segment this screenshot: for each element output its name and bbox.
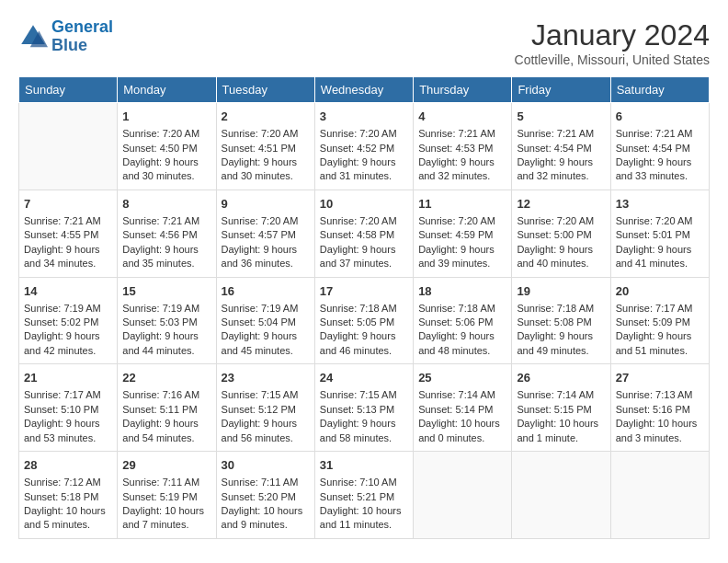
day-info: Daylight: 9 hours xyxy=(122,417,210,431)
calendar-cell: 21Sunrise: 7:17 AMSunset: 5:10 PMDayligh… xyxy=(19,364,118,452)
day-info: and 53 minutes. xyxy=(24,431,112,445)
calendar-cell: 8Sunrise: 7:21 AMSunset: 4:56 PMDaylight… xyxy=(118,190,216,277)
day-info: Daylight: 10 hours xyxy=(517,417,605,431)
day-info: and 49 minutes. xyxy=(517,344,605,358)
day-number: 8 xyxy=(122,196,210,213)
day-number: 21 xyxy=(24,370,112,386)
day-number: 18 xyxy=(418,283,506,300)
day-info: and 37 minutes. xyxy=(320,257,408,270)
day-info: Daylight: 9 hours xyxy=(418,329,506,343)
day-number: 25 xyxy=(418,370,506,386)
col-header-tuesday: Tuesday xyxy=(216,77,314,103)
day-info: Sunset: 5:16 PM xyxy=(616,403,704,417)
day-info: and 11 minutes. xyxy=(320,518,408,532)
calendar-cell xyxy=(414,452,512,539)
calendar-cell: 29Sunrise: 7:11 AMSunset: 5:19 PMDayligh… xyxy=(118,452,216,539)
day-info: Sunrise: 7:11 AM xyxy=(222,476,310,489)
day-number: 3 xyxy=(320,109,408,125)
day-info: Sunrise: 7:19 AM xyxy=(122,302,210,316)
col-header-sunday: Sunday xyxy=(19,77,118,103)
day-info: and 42 minutes. xyxy=(24,344,112,358)
day-info: Sunset: 5:13 PM xyxy=(320,403,408,417)
logo-icon xyxy=(18,22,48,52)
calendar-cell: 5Sunrise: 7:21 AMSunset: 4:54 PMDaylight… xyxy=(512,103,610,190)
day-info: Sunset: 4:56 PM xyxy=(122,228,210,242)
header-row: SundayMondayTuesdayWednesdayThursdayFrid… xyxy=(19,77,710,103)
logo-text: General Blue xyxy=(51,18,113,55)
day-info: Daylight: 9 hours xyxy=(222,243,310,257)
day-info: and 39 minutes. xyxy=(418,257,506,270)
day-info: Sunset: 5:15 PM xyxy=(517,403,605,417)
day-info: Daylight: 9 hours xyxy=(122,329,210,343)
day-info: Daylight: 10 hours xyxy=(122,504,210,518)
day-number: 27 xyxy=(616,370,704,386)
day-info: Sunrise: 7:14 AM xyxy=(517,388,605,402)
calendar-cell: 25Sunrise: 7:14 AMSunset: 5:14 PMDayligh… xyxy=(414,364,512,452)
week-row-1: 1Sunrise: 7:20 AMSunset: 4:50 PMDaylight… xyxy=(19,103,710,190)
calendar-cell: 24Sunrise: 7:15 AMSunset: 5:13 PMDayligh… xyxy=(314,364,413,452)
day-info: Daylight: 10 hours xyxy=(320,504,408,518)
day-info: Daylight: 9 hours xyxy=(320,155,408,169)
day-info: Daylight: 9 hours xyxy=(24,329,112,343)
calendar-cell: 9Sunrise: 7:20 AMSunset: 4:57 PMDaylight… xyxy=(216,190,314,277)
calendar-body: 1Sunrise: 7:20 AMSunset: 4:50 PMDaylight… xyxy=(19,103,710,539)
day-number: 12 xyxy=(517,196,605,213)
day-info: and 51 minutes. xyxy=(616,344,704,358)
day-info: Daylight: 9 hours xyxy=(320,329,408,343)
calendar-header: SundayMondayTuesdayWednesdayThursdayFrid… xyxy=(19,77,710,103)
day-info: Sunset: 4:52 PM xyxy=(320,142,408,155)
logo-line2: Blue xyxy=(51,36,87,54)
day-info: and 44 minutes. xyxy=(122,344,210,358)
calendar-cell xyxy=(19,103,118,190)
day-info: Daylight: 9 hours xyxy=(320,243,408,257)
day-info: Sunset: 5:03 PM xyxy=(122,316,210,329)
calendar-cell: 22Sunrise: 7:16 AMSunset: 5:11 PMDayligh… xyxy=(118,364,216,452)
day-info: Daylight: 9 hours xyxy=(222,329,310,343)
calendar-cell: 17Sunrise: 7:18 AMSunset: 5:05 PMDayligh… xyxy=(314,277,413,364)
day-info: and 46 minutes. xyxy=(320,344,408,358)
calendar-cell: 20Sunrise: 7:17 AMSunset: 5:09 PMDayligh… xyxy=(610,277,709,364)
day-info: Sunrise: 7:10 AM xyxy=(320,476,408,489)
calendar-cell xyxy=(610,452,709,539)
day-info: Sunset: 5:06 PM xyxy=(418,316,506,329)
day-info: Sunset: 5:11 PM xyxy=(122,403,210,417)
day-info: Sunrise: 7:21 AM xyxy=(122,214,210,228)
day-info: and 56 minutes. xyxy=(222,431,310,445)
day-number: 10 xyxy=(320,196,408,213)
day-info: Daylight: 9 hours xyxy=(24,243,112,257)
calendar-cell: 2Sunrise: 7:20 AMSunset: 4:51 PMDaylight… xyxy=(216,103,314,190)
day-info: Sunrise: 7:16 AM xyxy=(122,388,210,402)
day-info: Sunset: 5:20 PM xyxy=(222,490,310,504)
day-info: Sunset: 4:57 PM xyxy=(222,228,310,242)
day-info: Sunrise: 7:15 AM xyxy=(320,388,408,402)
calendar-cell: 28Sunrise: 7:12 AMSunset: 5:18 PMDayligh… xyxy=(19,452,118,539)
calendar-cell: 30Sunrise: 7:11 AMSunset: 5:20 PMDayligh… xyxy=(216,452,314,539)
calendar-cell: 31Sunrise: 7:10 AMSunset: 5:21 PMDayligh… xyxy=(314,452,413,539)
day-info: and 36 minutes. xyxy=(222,257,310,270)
day-number: 29 xyxy=(122,457,210,474)
day-info: Daylight: 9 hours xyxy=(320,417,408,431)
day-number: 15 xyxy=(122,283,210,300)
day-info: and 31 minutes. xyxy=(320,169,408,183)
day-number: 5 xyxy=(517,109,605,125)
day-number: 14 xyxy=(24,283,112,300)
day-info: Sunset: 5:18 PM xyxy=(24,490,112,504)
day-info: and 48 minutes. xyxy=(418,344,506,358)
day-number: 13 xyxy=(616,196,704,213)
day-info: Sunset: 4:59 PM xyxy=(418,228,506,242)
day-number: 30 xyxy=(222,457,310,474)
week-row-2: 7Sunrise: 7:21 AMSunset: 4:55 PMDaylight… xyxy=(19,190,710,277)
day-info: and 40 minutes. xyxy=(517,257,605,270)
day-info: Sunrise: 7:20 AM xyxy=(122,127,210,141)
day-info: Sunset: 4:54 PM xyxy=(517,142,605,155)
day-info: Sunrise: 7:20 AM xyxy=(320,127,408,141)
day-info: Sunrise: 7:11 AM xyxy=(122,476,210,489)
day-info: Sunrise: 7:20 AM xyxy=(418,214,506,228)
day-info: Sunset: 4:50 PM xyxy=(122,142,210,155)
day-info: Sunrise: 7:13 AM xyxy=(616,388,704,402)
day-info: Sunrise: 7:21 AM xyxy=(616,127,704,141)
month-title: January 2024 xyxy=(515,18,710,52)
day-info: Daylight: 10 hours xyxy=(418,417,506,431)
day-info: and 30 minutes. xyxy=(122,169,210,183)
day-number: 22 xyxy=(122,370,210,386)
